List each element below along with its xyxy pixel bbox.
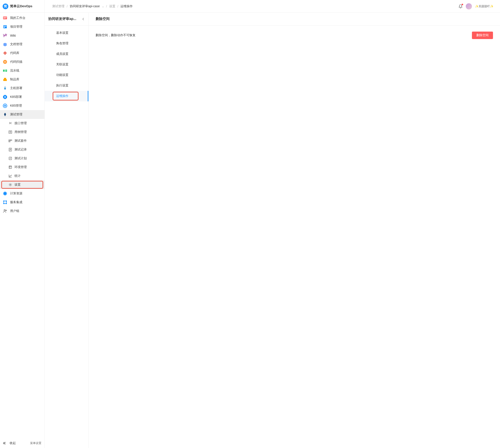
nav-wiki[interactable]: Wiki: [0, 31, 45, 40]
settings-item-member[interactable]: 成员设置: [45, 49, 88, 59]
svg-rect-32: [6, 203, 7, 204]
nav-label: 我的工作台: [10, 16, 25, 20]
plan-icon: [8, 156, 12, 160]
nav-label: 文档管理: [10, 42, 22, 46]
settings-item-basic[interactable]: 基本设置: [45, 28, 88, 38]
menu-settings-link[interactable]: 菜单设置: [30, 441, 45, 445]
settings-label: 成员设置: [56, 52, 68, 56]
username[interactable]: ✨关甜甜吖✨: [475, 4, 493, 8]
nav-sub-stats[interactable]: 统计: [0, 172, 45, 180]
env-icon: [8, 165, 12, 169]
nav-list: 我的工作台 项目管理 Wiki 文档管理 代码库 代码扫描: [0, 13, 45, 438]
main-sidebar: 简 简单云DevOps 我的工作台 项目管理 Wiki 文档管理: [0, 0, 45, 448]
project-icon: [3, 24, 7, 29]
nav-label: 测试计划: [15, 156, 27, 160]
nav-project[interactable]: 项目管理: [0, 22, 45, 31]
collapse-sidebar[interactable]: 收起: [0, 439, 18, 447]
svg-rect-22: [9, 141, 10, 142]
logo-icon: 简: [3, 3, 8, 9]
nav-label: 环境管理: [15, 165, 27, 169]
svg-point-33: [4, 209, 5, 211]
nav-label: K8S部署: [10, 95, 22, 99]
svg-rect-6: [4, 27, 5, 28]
nav-compute[interactable]: 计算资源: [0, 189, 45, 198]
settings-item-feature[interactable]: 功能设置: [45, 70, 88, 80]
nav-artifact[interactable]: 制品库: [0, 75, 45, 84]
service-icon: [3, 200, 7, 205]
nav-workbench[interactable]: 我的工作台: [0, 14, 45, 22]
nav-docs[interactable]: 文档管理: [0, 40, 45, 49]
svg-point-9: [5, 53, 6, 54]
crumb-current: 运维操作: [120, 4, 133, 8]
record-icon: [8, 148, 12, 152]
nav-service[interactable]: 服务集成: [0, 198, 45, 207]
nav-usergroup[interactable]: 用户组: [0, 207, 45, 215]
nav-repo[interactable]: 代码库: [0, 49, 45, 58]
nav-label: 统计: [15, 174, 21, 178]
nav-pipeline[interactable]: 流水线: [0, 66, 45, 75]
gear-icon: [8, 183, 12, 187]
nav-sub-plan[interactable]: 测试计划: [0, 154, 45, 163]
svg-rect-27: [4, 192, 6, 195]
svg-rect-13: [4, 78, 6, 79]
nav-label: 计算资源: [10, 192, 22, 195]
delete-description: 删除空间，删除动作不可恢复: [96, 33, 136, 37]
chevron-left-icon: [82, 17, 85, 21]
settings-label: 功能设置: [56, 73, 68, 77]
settings-sidebar-title: 协同研发评审ap...: [48, 17, 76, 21]
logo-area[interactable]: 简 简单云DevOps: [0, 0, 45, 13]
svg-rect-20: [9, 140, 10, 141]
avatar[interactable]: [466, 3, 472, 9]
nav-label: K8S管理: [10, 104, 22, 108]
settings-label: 执行设置: [56, 84, 68, 88]
nav-label: 测试记录: [15, 148, 27, 152]
k8smgr-icon: [3, 103, 7, 108]
page-title: 删除空间: [96, 17, 110, 21]
back-button[interactable]: [80, 17, 85, 21]
crumb-sep: /: [106, 5, 107, 8]
settings-item-role[interactable]: 角色管理: [45, 38, 88, 49]
nav-label: 服务集成: [10, 200, 22, 204]
nav-sub-settings[interactable]: 设置: [0, 180, 45, 189]
crumb-project[interactable]: 协同研发评审api-case ⌄: [70, 4, 104, 8]
svg-rect-2: [3, 18, 6, 18]
svg-rect-12: [3, 79, 7, 81]
nav-sub-suite[interactable]: 测试套件: [0, 136, 45, 145]
docs-icon: [3, 42, 7, 47]
nav-sub-api[interactable]: 接口管理: [0, 119, 45, 128]
nav-label: 代码扫描: [10, 60, 22, 64]
delete-space-button[interactable]: 删除空间: [472, 32, 493, 39]
svg-rect-3: [3, 25, 7, 28]
nav-test-group[interactable]: 测试管理: [0, 110, 45, 119]
crumb-settings[interactable]: 设置: [109, 4, 115, 8]
settings-item-ops[interactable]: 运维操作: [45, 91, 88, 101]
svg-rect-19: [9, 131, 12, 133]
deploy-icon: [3, 86, 7, 91]
repo-icon: [3, 51, 7, 55]
nav-deploy[interactable]: 主机部署: [0, 84, 45, 93]
nav-k8s-deploy[interactable]: K8S部署: [0, 93, 45, 101]
notification-dot: [462, 4, 463, 5]
svg-rect-5: [5, 26, 6, 27]
test-icon: [3, 112, 7, 117]
nav-sub-record[interactable]: 测试记录: [0, 145, 45, 154]
svg-rect-0: [3, 16, 7, 19]
crumb-project-text: 协同研发评审api-case: [70, 4, 100, 8]
crumb-sep: /: [118, 5, 118, 8]
top-header: 测试管理 / 协同研发评审api-case ⌄ / 设置 / 运维操作 ✨关甜甜…: [45, 0, 500, 13]
svg-point-17: [4, 96, 6, 98]
scan-icon: [3, 60, 7, 64]
crumb-test[interactable]: 测试管理: [52, 4, 64, 8]
nav-sub-env[interactable]: 环境管理: [0, 163, 45, 172]
svg-rect-25: [9, 166, 12, 169]
svg-rect-4: [4, 26, 5, 27]
usergroup-icon: [3, 209, 7, 213]
nav-k8s-mgr[interactable]: K8S管理: [0, 101, 45, 110]
notifications-button[interactable]: [458, 4, 463, 9]
nav-sub-case[interactable]: 用例管理: [0, 128, 45, 136]
settings-item-relation[interactable]: 关联设置: [45, 59, 88, 70]
nav-scan[interactable]: 代码扫描: [0, 58, 45, 66]
svg-point-7: [5, 52, 5, 53]
settings-label: 基本设置: [56, 31, 68, 35]
settings-item-exec[interactable]: 执行设置: [45, 80, 88, 91]
